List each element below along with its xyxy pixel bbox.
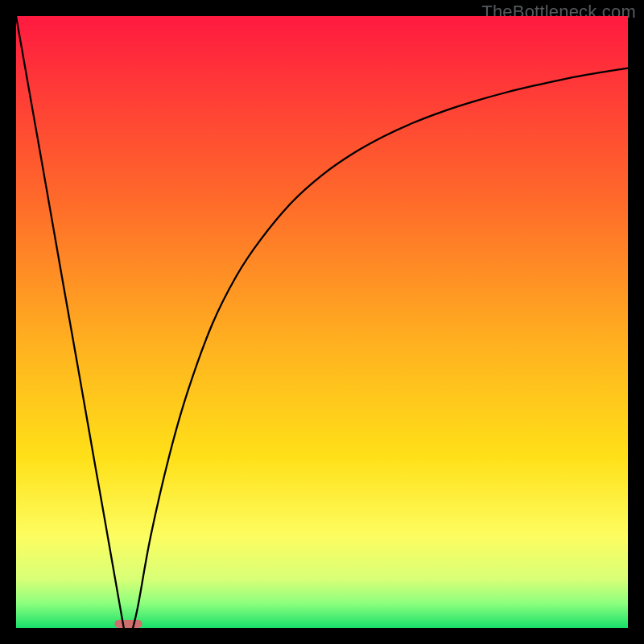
plot-area [16,16,628,628]
curve-series [16,16,628,628]
chart-frame: TheBottleneck.com [0,0,644,644]
svg-rect-1 [114,620,142,628]
series-right-branch [133,68,628,628]
curve-layer [16,16,628,628]
series-left-branch [16,16,124,628]
low-marker [114,620,142,628]
